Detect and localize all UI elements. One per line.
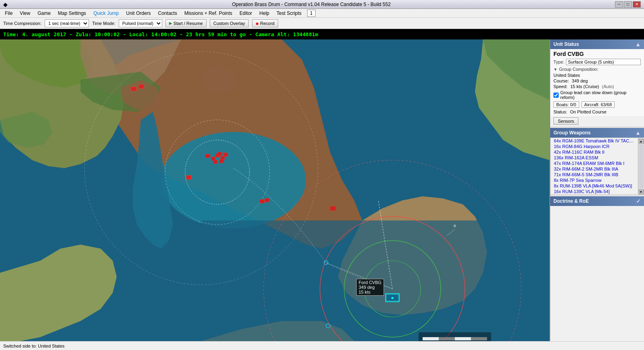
map-svg: ■ ✈ [0,39,549,341]
group-weapons-header: Group Weapons ▲ [550,128,644,138]
main-area: ■ ✈ [0,39,644,341]
scroll-up-btn[interactable]: ▲ [639,139,644,144]
course-label: Course: [553,78,569,83]
menu-quick-jump[interactable]: Quick Jump [90,10,122,17]
tooltip-course: 349 deg [359,285,382,290]
menu-file[interactable]: File [2,10,16,17]
start-resume-button[interactable]: ▶ Start / Resume [165,19,206,27]
speed-value: 15 kts (Cruise) [570,84,599,89]
menu-contacts[interactable]: Contacts [155,10,180,17]
tab-number[interactable]: 1 [307,10,316,17]
unit-country: United States [550,72,644,78]
svg-rect-49 [439,337,455,340]
svg-text:■: ■ [392,296,394,300]
scroll-down-btn[interactable]: ▼ [639,189,644,194]
svg-rect-35 [221,156,225,160]
speed-label: Speed: [553,84,568,89]
doctrine-roe-header: Doctrine & RoE ✓ [550,196,644,206]
doctrine-roe-collapse-btn[interactable]: ✓ [636,198,641,204]
weapon-item-1[interactable]: 16x RGM-84G Harpoon ICR [551,144,638,149]
tooltip-speed: 15 kts [359,290,382,294]
unit-status-title: Unit Status [553,41,579,47]
unit-type-row: Type: Surface Group (5 units) [550,58,644,66]
course-value: 349 deg [572,78,588,83]
svg-rect-41 [265,198,269,202]
menu-test-scripts[interactable]: Test Scripts [273,10,305,17]
svg-rect-38 [213,160,217,164]
type-value: Surface Group (5 units) [566,59,641,65]
unit-status-row: Status: On Plotted Course [550,109,644,116]
svg-rect-50 [455,337,471,340]
unit-status-collapse-btn[interactable]: ▲ [635,41,641,47]
time-mode-select[interactable]: Pulsed (normal) [119,19,162,27]
weapons-list: 64x RGM-109E Tomahawk Blk IV TACTOM 16x … [551,138,638,194]
menu-missions-ref[interactable]: Missions + Ref. Points [181,10,235,17]
weapon-item-0[interactable]: 64x RGM-109E Tomahawk Blk IV TACTOM [551,138,638,144]
menu-help[interactable]: Help [256,10,272,17]
maximize-button[interactable]: □ [624,1,632,8]
time-compression-select[interactable]: 1 sec (real-time) [45,19,89,27]
boats-count: Boats: 0/0 [553,101,579,108]
svg-rect-36 [217,152,222,156]
scroll-thumb[interactable] [639,144,643,189]
svg-rect-51 [471,337,487,340]
right-panel: Unit Status ▲ Ford CVBG Type: Surface Gr… [549,39,644,341]
app-icon: ◆ [3,1,8,8]
weapon-item-6[interactable]: 71x RIM-66M-5 SM-2MR Blk IIIB [551,172,638,177]
menu-map-settings[interactable]: Map Settings [55,10,89,17]
svg-rect-42 [330,206,336,210]
sensors-button[interactable]: Sensors [553,117,578,125]
group-comp-label: Group Composition: [559,67,599,72]
menu-game[interactable]: Game [34,10,54,17]
svg-rect-40 [260,200,264,203]
menu-editor[interactable]: Editor [236,10,255,17]
weapon-item-7[interactable]: 8x RIM-7P Sea Sparrow [551,177,638,183]
speed-mode: (Auto) [602,84,614,89]
record-button[interactable]: ● Record [252,19,278,27]
menu-unit-orders[interactable]: Unit Orders [123,10,154,17]
status-text: Switched side to: United States [3,344,64,348]
map-unit-tooltip: Ford CVBG 349 deg 15 kts [356,279,384,296]
play-icon: ▶ [169,21,172,25]
menu-view[interactable]: View [17,10,33,17]
weapon-item-2[interactable]: 42x RIM-116C RAM Blk II [551,149,638,155]
svg-rect-29 [131,87,136,91]
close-button[interactable]: ✕ [633,1,641,8]
window-title: Operation Brass Drum - Command v1.04 Rel… [8,2,615,7]
weapon-item-9[interactable]: 16x RUM-139C VLA [Mk-54] [551,189,638,194]
status-value: On Plotted Course [570,109,607,114]
unit-course-row: Course: 349 deg [550,78,644,84]
unit-status-header: Unit Status ▲ [550,39,644,49]
svg-rect-37 [223,153,228,156]
doctrine-roe-title: Doctrine & RoE [553,198,589,204]
group-lead-label: Group lead can slow down (group reform) [560,90,641,100]
weapons-scrollbar[interactable]: ▲ ▼ [638,138,644,194]
group-weapons-title: Group Weapons [553,130,590,136]
svg-point-9 [161,132,306,229]
boats-aircraft-row: Boats: 0/0 Aircraft: 63/68 [550,101,644,109]
group-composition-row: ▼ Group Composition: [550,66,644,72]
record-dot-icon: ● [256,21,259,26]
weapon-item-5[interactable]: 32x RIM-66M-2 SM-2MR Blk IIIA [551,166,638,172]
time-compression-label: Time Compression: [3,21,41,26]
map-area[interactable]: ■ ✈ [0,39,549,341]
custom-overlay-button[interactable]: Custom Overlay [210,19,249,27]
type-label: Type: [553,60,564,64]
svg-rect-33 [211,157,215,161]
status-label: Status: [553,109,567,114]
group-lead-checkbox[interactable] [553,93,559,98]
titlebar: ◆ Operation Brass Drum - Command v1.04 R… [0,0,644,9]
minimize-button[interactable]: ─ [615,1,623,8]
weapons-container: 64x RGM-109E Tomahawk Blk IV TACTOM 16x … [550,138,644,195]
weapon-item-4[interactable]: 47x RIM-174A ERAM SM-6MR Blk I [551,161,638,166]
toolbar: Time Compression: 1 sec (real-time) Time… [0,18,644,29]
group-lead-checkbox-row[interactable]: Group lead can slow down (group reform) [550,89,644,101]
expand-arrow-icon[interactable]: ▼ [553,67,557,72]
svg-rect-48 [423,337,439,340]
weapon-item-8[interactable]: 8x RUM-139B VLA [Mk46 Mod 5A(SW)] [551,183,638,189]
weapon-item-3[interactable]: 136x RIM-162A ESSM [551,155,638,161]
time-mode-label: Time Mode: [92,21,116,26]
map-status-bar: Time: 4. august 2017 - Zulu: 10:00:02 - … [0,29,644,39]
group-weapons-collapse-btn[interactable]: ▲ [635,130,641,136]
aircraft-count: Aircraft: 63/68 [582,101,615,108]
